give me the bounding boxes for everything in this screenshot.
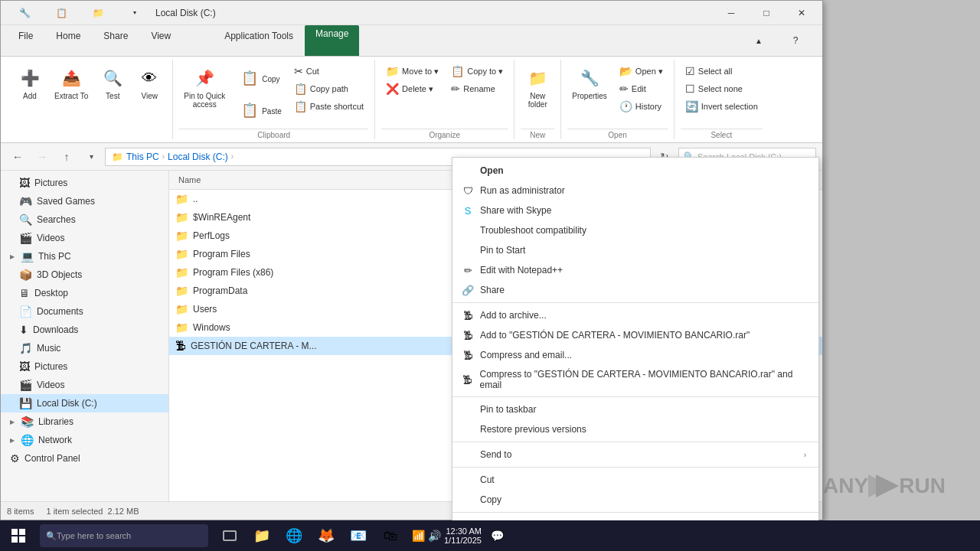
taskbar-clock[interactable]: 12:30 AM 1/11/2025 [444, 527, 488, 545]
tray-sound-icon: 🔊 [428, 530, 441, 542]
nav-up-btn[interactable]: ↑ [56, 146, 77, 168]
restoreprev-icon [462, 423, 474, 435]
tab-apptools[interactable]: Application Tools [213, 25, 305, 57]
context-menu-item-copy[interactable]: Copy [452, 490, 818, 510]
taskbar-outlook-btn[interactable]: 📧 [343, 520, 374, 551]
tab-home[interactable]: Home [44, 25, 92, 57]
context-menu-item-troubleshoot[interactable]: Troubleshoot compatibility [452, 220, 818, 240]
context-menu-item-cut[interactable]: Cut [452, 470, 818, 490]
ribbon-collapse-btn[interactable]: ▲ [741, 28, 776, 53]
sidebar-item-3dobjects[interactable]: 📦 3D Objects [1, 266, 168, 284]
ribbon-moveto-btn[interactable]: 📁 Move to ▾ [381, 63, 443, 80]
ribbon-history-btn[interactable]: 🕐 History [615, 98, 668, 115]
taskbar-store-btn[interactable]: 🛍 [375, 520, 406, 551]
view-icon: 👁 [137, 66, 162, 90]
troubleshoot-icon [462, 224, 474, 236]
help-btn[interactable]: ? [778, 28, 813, 53]
context-menu-item-restoreprev[interactable]: Restore previous versions [452, 419, 818, 439]
ribbon-rename-btn[interactable]: ✏ Rename [446, 80, 508, 97]
thispc-icon: 💻 [21, 250, 34, 262]
pintoquickaccess-label: Pin to Quickaccess [184, 92, 225, 109]
taskbar-taskview-btn[interactable] [214, 520, 245, 551]
context-menu-item-skype[interactable]: S Share with Skype [452, 201, 818, 220]
context-menu-item-addtorar[interactable]: 🗜 Add to "GESTIÓN DE CARTERA - MOVIMIENT… [452, 325, 818, 345]
minimize-button[interactable]: ─ [714, 1, 749, 25]
ribbon-delete-btn[interactable]: ❌ Delete ▾ [381, 80, 443, 97]
name-column-header[interactable]: Name [175, 174, 204, 186]
nav-forward-btn[interactable]: → [31, 146, 53, 168]
file-name: GESTIÓN DE CARTERA - M... [191, 341, 316, 351]
sidebar-item-desktop[interactable]: 🖥 Desktop [1, 284, 168, 302]
tab-file[interactable]: File [7, 25, 44, 57]
sidebar-item-pictures1[interactable]: 🖼 Pictures [1, 174, 168, 192]
ribbon-properties-btn[interactable]: 🔧 Properties [567, 63, 612, 103]
sidebar-item-videos2[interactable]: 🎬 Videos [1, 376, 168, 394]
context-menu-item-compressraremail[interactable]: 🗜 Compress to "GESTIÓN DE CARTERA - MOVI… [452, 365, 818, 394]
ribbon-selectnone-btn[interactable]: ☐ Select none [681, 80, 763, 97]
selected-info: 1 item selected 2.12 MB [46, 507, 139, 516]
tab-manage[interactable]: Manage [305, 25, 359, 56]
ribbon-edit-btn[interactable]: ✏ Edit [615, 80, 668, 97]
breadcrumb-localdisk[interactable]: Local Disk (C:) [168, 152, 228, 162]
context-menu-item-notepadpp[interactable]: ✏ Edit with Notepad++ [452, 260, 818, 280]
tab-view[interactable]: View [139, 25, 182, 57]
quick-access-btn2[interactable]: 📋 [44, 1, 79, 25]
quick-access-btn3[interactable]: 📁 [80, 1, 116, 25]
sidebar-item-savedgames[interactable]: 🎮 Saved Games [1, 192, 168, 210]
ribbon-add-btn[interactable]: ➕ Add [13, 63, 47, 103]
ribbon-test-btn[interactable]: 🔍 Test [96, 63, 129, 103]
context-menu-item-pintostart[interactable]: Pin to Start [452, 240, 818, 260]
sidebar-item-network[interactable]: ▶ 🌐 Network [1, 431, 168, 449]
sidebar-item-pictures2[interactable]: 🖼 Pictures [1, 357, 168, 376]
ribbon-cut-btn[interactable]: ✂ Cut [289, 63, 368, 80]
context-menu-item-open[interactable]: Open [452, 161, 818, 181]
ribbon-pintoquickaccess-btn[interactable]: 📌 Pin to Quickaccess [179, 63, 230, 112]
taskbar-tray: 📶 🔊 12:30 AM 1/11/2025 💬 [406, 527, 510, 545]
context-menu-item-runas[interactable]: 🛡 Run as administrator [452, 181, 818, 201]
taskbar-edge-btn[interactable]: 🌐 [279, 520, 309, 551]
context-menu-item-addarchive[interactable]: 🗜 Add to archive... [452, 305, 818, 325]
sidebar-item-thispc[interactable]: ▶ 💻 This PC [1, 247, 168, 266]
context-menu-item-sendto[interactable]: Send to › [452, 445, 818, 465]
quick-access-btn1[interactable]: 🔧 [7, 1, 42, 25]
ribbon-open-btn[interactable]: 📂 Open ▾ [615, 63, 668, 80]
start-button[interactable] [0, 520, 37, 551]
context-menu-item-share[interactable]: 🔗 Share [452, 280, 818, 300]
ribbon-pasteshortcut-btn[interactable]: 📋 Paste shortcut [289, 98, 368, 115]
sidebar-item-controlpanel[interactable]: ⚙ Control Panel [1, 449, 168, 468]
sidebar-item-downloads[interactable]: ⬇ Downloads [1, 321, 168, 339]
ribbon-view-btn[interactable]: 👁 View [132, 63, 166, 103]
tray-notification-icon[interactable]: 💬 [491, 530, 504, 542]
properties-icon: 🔧 [577, 66, 602, 90]
context-menu-item-pintotaskbar[interactable]: Pin to taskbar [452, 399, 818, 419]
ribbon-paste-btn[interactable]: 📋 Paste [233, 95, 286, 126]
ribbon-newfolder-btn[interactable]: 📁 Newfolder [521, 63, 554, 112]
ribbon-copypath-btn[interactable]: 📋 Copy path [289, 80, 368, 97]
sidebar-item-videos1[interactable]: 🎬 Videos [1, 229, 168, 247]
network-expand-icon: ▶ [10, 437, 15, 444]
sidebar-item-libraries[interactable]: ▶ 📚 Libraries [1, 412, 168, 431]
ribbon-copy-btn[interactable]: 📋 Copy [233, 63, 286, 93]
sidebar-item-music[interactable]: 🎵 Music [1, 339, 168, 357]
rename-icon: ✏ [451, 83, 460, 95]
maximize-button[interactable]: □ [749, 1, 784, 25]
close-button[interactable]: ✕ [784, 1, 819, 25]
nav-back-btn[interactable]: ← [7, 146, 28, 168]
ribbon-invertselection-btn[interactable]: 🔄 Invert selection [681, 98, 763, 115]
taskbar-fileexplorer-btn[interactable]: 📁 [247, 520, 277, 551]
quick-access-dropdown[interactable]: ▾ [117, 1, 152, 25]
taskbar-firefox-btn[interactable]: 🦊 [311, 520, 341, 551]
edit-label: Edit [632, 84, 646, 93]
ribbon-copyto-btn[interactable]: 📋 Copy to ▾ [446, 63, 508, 80]
pintotaskbar-icon [462, 403, 474, 416]
sidebar-item-searches[interactable]: 🔍 Searches [1, 210, 168, 229]
recent-locations-btn[interactable]: ▾ [80, 146, 102, 168]
breadcrumb-thispc[interactable]: This PC [126, 152, 159, 162]
ribbon-extractto-btn[interactable]: 📤 Extract To [50, 63, 93, 103]
tab-share[interactable]: Share [92, 25, 139, 57]
sidebar-item-localdisk[interactable]: 💾 Local Disk (C:) [1, 394, 168, 412]
taskbar-search-box[interactable]: 🔍 Type here to search [40, 524, 208, 547]
ribbon-selectall-btn[interactable]: ☑ Select all [681, 63, 763, 80]
sidebar-item-documents[interactable]: 📄 Documents [1, 302, 168, 321]
context-menu-item-compressemail[interactable]: 🗜 Compress and email... [452, 345, 818, 365]
